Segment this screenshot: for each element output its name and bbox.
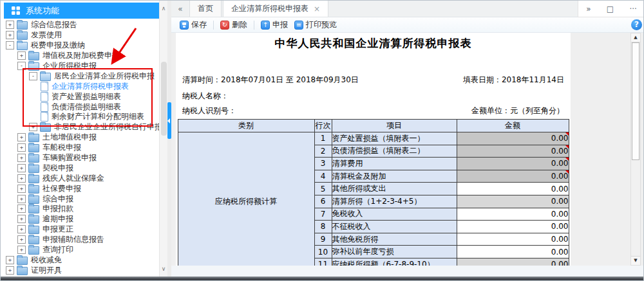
expand-toggle-icon[interactable]: + [29,123,37,131]
expand-toggle-icon[interactable]: + [6,21,14,29]
expand-toggle-icon[interactable]: + [17,143,26,152]
tree-item-label[interactable]: 车船税申报 [43,143,81,153]
tree-item[interactable]: +发票使用 [1,30,159,41]
tree-item-label[interactable]: 资产处置损益明细表 [52,91,121,102]
scroll-down-icon[interactable] [631,256,640,265]
tree-item[interactable]: +社保费申报 [1,183,159,194]
expand-toggle-icon[interactable]: + [17,154,26,162]
expand-toggle-icon[interactable]: - [6,41,14,50]
tree-item[interactable]: 企业清算所得税申报表 [1,81,159,91]
expand-toggle-icon[interactable]: + [17,225,26,233]
tree-item-label[interactable]: 社保费申报 [43,183,81,194]
expand-toggle-icon[interactable]: - [17,62,26,70]
help-icon[interactable]: ? [631,19,642,30]
amount-cell[interactable]: 0.00 [457,221,569,233]
scroll-up-icon[interactable] [160,3,167,14]
tree-item-label[interactable]: 负债清偿损益明细表 [52,102,121,112]
expand-toggle-icon[interactable]: + [17,235,26,244]
tree-item[interactable]: -企业所得税申报 [1,61,159,71]
tree-item[interactable]: 负债清偿损益明细表 [1,102,159,112]
expand-toggle-icon[interactable]: + [6,31,14,39]
tree-item-label[interactable]: 增值税及附加税费申报 [43,51,120,61]
content-scrollbar[interactable] [630,33,641,266]
tree-item[interactable]: 剩余财产计算和分配明细表 [1,112,159,122]
tree-item[interactable]: +申报更正 [1,224,159,235]
tree-item-label[interactable]: 非居民企业企业所得税自行申报 [54,122,159,132]
tree-item[interactable]: +车辆购置税申报 [1,153,159,163]
tree-item-label[interactable]: 车辆购置税申报 [43,153,97,163]
tree-item-label[interactable]: 企业清算所得税申报表 [52,81,129,91]
expand-toggle-icon[interactable]: + [6,256,14,264]
tree-item-label[interactable]: 发票使用 [31,30,62,41]
expand-toggle-icon[interactable]: + [17,185,26,193]
declare-button[interactable]: 申报 [258,18,291,32]
amount-cell[interactable]: 0.00 [457,183,569,195]
tree-item-label[interactable]: 税费申报及缴纳 [31,41,85,51]
maximize-icon[interactable]: □ [607,5,614,14]
tree-item[interactable]: +查询打印 [1,245,159,255]
tree-item-label[interactable]: 企业所得税申报 [43,61,97,71]
tree-item-label[interactable]: 税收减免 [31,255,62,265]
scroll-up-icon[interactable] [631,33,640,42]
sidebar: 系统功能 +综合信息报告+发票使用-税费申报及缴纳+增值税及附加税费申报-企业所… [1,1,159,276]
amount-cell[interactable]: 0.00 [457,208,569,221]
folder-open-icon [28,62,39,71]
tree-item-label[interactable]: 居民企业清算企业所得税申报 [54,71,155,81]
expand-toggle-icon[interactable]: + [17,204,26,213]
scrollbar-thumb[interactable] [161,62,167,136]
tree-item[interactable]: +申报扣款 [1,204,159,214]
expand-toggle-icon[interactable]: - [29,72,37,80]
delete-button[interactable]: 删除 [217,18,251,32]
tree-item[interactable]: +税收减免 [1,255,159,265]
tree-item-label[interactable]: 逾期申报 [43,214,73,224]
tree-item[interactable]: +综合申报 [1,194,159,204]
tabs-collapse-icon[interactable]: « [171,5,189,17]
expand-toggle-icon[interactable]: + [17,51,26,60]
tree-item[interactable]: +非居民企业企业所得税自行申报 [1,122,159,132]
tree-item-label[interactable]: 残疾人就业保障金 [43,173,104,183]
scrollbar-thumb[interactable] [632,42,639,160]
tree-item[interactable]: -居民企业清算企业所得税申报 [1,71,159,81]
tree-item-label[interactable]: 土地增值税申报 [43,132,97,143]
tree-item-label[interactable]: 剩余财产计算和分配明细表 [52,112,144,122]
tree-item[interactable]: 资产处置损益明细表 [1,91,159,102]
tree-item[interactable]: +逾期申报 [1,214,159,224]
tree-item[interactable]: +土地增值税申报 [1,132,159,143]
tree-item[interactable]: +车船税申报 [1,143,159,153]
expand-toggle-icon[interactable]: + [6,266,14,275]
save-button[interactable]: 保存 [176,18,210,32]
tree-item[interactable]: +综合信息报告 [1,20,159,30]
print-preview-button[interactable]: 打印预览 [291,18,340,32]
expand-toggle-icon[interactable]: + [17,164,26,172]
tree-item-label[interactable]: 申报辅助信息报告 [43,235,104,245]
sidebar-scrollbar[interactable] [159,1,167,276]
more-options-icon[interactable]: ··· [629,5,636,14]
expand-toggle-icon[interactable]: + [17,133,26,141]
tab-liquidation-return[interactable]: 企业清算所得税申报表 × [223,0,328,17]
item-cell: 清算费用 [332,158,457,170]
scroll-down-icon[interactable] [160,264,167,274]
tree-item[interactable]: +残疾人就业保障金 [1,173,159,183]
tree-item[interactable]: -税费申报及缴纳 [1,41,159,51]
tab-home[interactable]: 首页 [189,0,222,17]
expand-toggle-icon[interactable]: + [17,246,26,254]
amount-cell[interactable]: 0.00 [457,246,569,258]
expand-toggle-icon[interactable]: + [17,174,26,183]
tree-item-label[interactable]: 契税申报 [43,163,73,173]
tree-item-label[interactable]: 证明开具 [31,265,62,275]
tree-item[interactable]: +证明开具 [1,265,159,275]
amount-cell[interactable]: 0.00 [457,233,569,246]
expand-toggle-icon[interactable]: + [17,215,26,223]
tree-item[interactable]: +契税申报 [1,163,159,173]
tree-item-label[interactable]: 综合信息报告 [31,20,77,30]
amount-unit-label: 金额单位：元（列至角分） [471,105,564,116]
tree-item-label[interactable]: 申报扣款 [43,204,73,214]
tree-item-label[interactable]: 申报更正 [43,224,73,235]
expand-tabs-icon[interactable]: » [586,5,591,14]
tree-item[interactable]: +申报辅助信息报告 [1,235,159,245]
tree-item-label[interactable]: 查询打印 [43,245,73,255]
tree-item-label[interactable]: 综合申报 [43,194,73,204]
tree-item[interactable]: +增值税及附加税费申报 [1,51,159,61]
expand-toggle-icon[interactable]: + [17,195,26,203]
close-icon[interactable]: × [314,5,320,14]
